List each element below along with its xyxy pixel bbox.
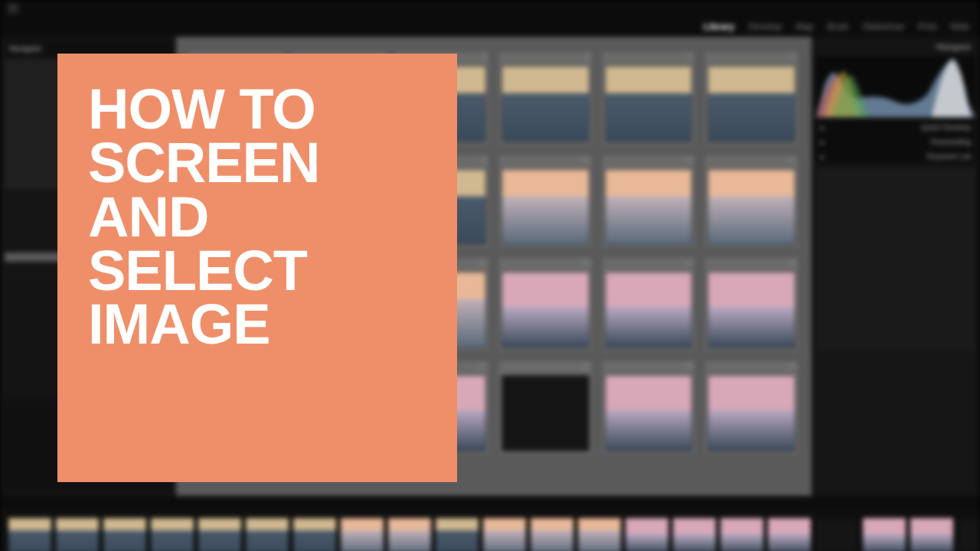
thumbnail-image [707, 272, 795, 348]
cell-index: 10 [498, 155, 593, 166]
cell-index: 6 [704, 51, 799, 63]
filmstrip-image [626, 518, 668, 551]
thumbnail-image [605, 169, 693, 246]
module-tab-slideshow[interactable]: Slideshow [862, 21, 904, 32]
module-tab-library[interactable]: Library [704, 21, 735, 32]
keyword-row[interactable] [816, 214, 975, 224]
bottom-toolbar [0, 496, 980, 508]
thumbnail-cell[interactable]: 18 [704, 256, 799, 352]
thumbnail-cell[interactable]: 5 [601, 51, 697, 146]
filmstrip-image [293, 518, 336, 551]
thumbnail-cell[interactable]: 11 [601, 154, 697, 249]
panel-header-keyword-list[interactable]: ▸Keyword List [816, 149, 975, 164]
thumbnail-cell[interactable]: 12 [704, 154, 799, 249]
filmstrip-image [151, 518, 194, 551]
keyword-row[interactable] [816, 328, 975, 339]
thumbnail-image [707, 375, 795, 452]
filmstrip-thumb[interactable] [387, 517, 432, 551]
filmstrip-thumb[interactable] [245, 517, 289, 551]
panel-title: Keyword List [927, 152, 971, 161]
thumbnail-cell[interactable]: 22 [498, 360, 593, 455]
module-tab-book[interactable]: Book [828, 21, 848, 32]
module-picker: LibraryDevelopMapBookSlideshowPrintWeb [0, 17, 980, 37]
filmstrip-thumb[interactable] [8, 517, 52, 551]
histogram [816, 56, 975, 117]
thumbnail-cell[interactable]: 23 [601, 360, 697, 455]
histogram-icon [816, 56, 975, 117]
keyword-row[interactable] [816, 294, 975, 305]
filmstrip-image [483, 518, 526, 551]
module-tab-map[interactable]: Map [795, 21, 813, 32]
thumbnail-image [605, 272, 693, 348]
filmstrip-image [815, 518, 858, 551]
thumbnail-cell[interactable]: 24 [704, 360, 799, 455]
keyword-row[interactable] [816, 202, 975, 213]
keyword-row[interactable] [816, 179, 975, 190]
filmstrip-thumb[interactable] [340, 517, 384, 551]
filmstrip[interactable] [0, 508, 980, 551]
filmstrip-thumb[interactable] [103, 517, 147, 551]
filmstrip-thumb[interactable] [198, 517, 242, 551]
keyword-list [816, 167, 975, 491]
filmstrip-thumb[interactable] [767, 517, 812, 551]
keyword-row[interactable] [816, 248, 975, 259]
filmstrip-image [673, 518, 716, 551]
cell-index: 18 [704, 257, 799, 269]
histogram-label: Histogram [816, 41, 975, 53]
filmstrip-thumb[interactable] [625, 517, 669, 551]
filmstrip-thumb[interactable] [530, 517, 574, 551]
filmstrip-image [531, 518, 573, 551]
cell-index: 16 [498, 257, 593, 269]
filmstrip-thumb[interactable] [292, 517, 337, 551]
filmstrip-thumb[interactable] [910, 517, 954, 551]
filmstrip-thumb[interactable] [720, 517, 764, 551]
filmstrip-thumb[interactable] [577, 517, 622, 551]
panel-header-quick-develop[interactable]: ▸Quick Develop [816, 120, 975, 135]
filmstrip-thumb[interactable] [815, 517, 859, 551]
cell-index: 5 [602, 51, 696, 63]
filmstrip-thumb[interactable] [672, 517, 717, 551]
thumbnail-cell[interactable]: 6 [704, 51, 799, 146]
module-tab-print[interactable]: Print [918, 21, 937, 32]
keyword-row[interactable] [816, 259, 975, 270]
filmstrip-thumb[interactable] [435, 517, 479, 551]
filmstrip-image [8, 518, 51, 551]
filmstrip-thumb[interactable] [957, 517, 980, 551]
keyword-row[interactable] [816, 317, 975, 328]
keyword-row[interactable] [816, 282, 975, 293]
app-logo-icon [8, 3, 18, 14]
panel-header-keywording[interactable]: ▸Keywording [816, 135, 975, 149]
thumbnail-cell[interactable]: 10 [498, 154, 593, 249]
filmstrip-thumb[interactable] [482, 517, 527, 551]
thumbnail-image [707, 66, 795, 142]
cell-index: 17 [602, 257, 696, 269]
thumbnail-image [707, 169, 795, 246]
thumbnail-image [501, 66, 590, 142]
module-tab-develop[interactable]: Develop [748, 21, 782, 32]
keyword-row[interactable] [816, 225, 975, 236]
keyword-row[interactable] [816, 191, 975, 201]
filmstrip-image [388, 518, 431, 551]
keyword-row[interactable] [816, 340, 975, 350]
filmstrip-image [863, 518, 906, 551]
filmstrip-image [768, 518, 811, 551]
keyword-row[interactable] [816, 271, 975, 282]
cell-index: 23 [602, 360, 696, 372]
thumbnail-image [501, 169, 590, 246]
thumbnail-cell[interactable]: 16 [498, 256, 593, 352]
filmstrip-thumb[interactable] [55, 517, 100, 551]
cell-index: 4 [498, 51, 593, 63]
filmstrip-image [436, 518, 479, 551]
thumbnail-cell[interactable]: 17 [601, 256, 697, 352]
filmstrip-thumb[interactable] [862, 517, 906, 551]
keyword-row[interactable] [816, 305, 975, 316]
filmstrip-image [910, 518, 953, 551]
title-overlay-text: HOW TO SCREEN AND SELECT IMAGE [88, 83, 428, 351]
right-panel: Histogram ▸Quick Develop▸Keywording▸Keyw… [812, 37, 980, 496]
filmstrip-thumb[interactable] [150, 517, 194, 551]
keyword-row[interactable] [816, 168, 975, 178]
keyword-row[interactable] [816, 236, 975, 247]
filmstrip-image [246, 518, 289, 551]
thumbnail-cell[interactable]: 4 [498, 51, 593, 146]
module-tab-web[interactable]: Web [951, 21, 969, 32]
